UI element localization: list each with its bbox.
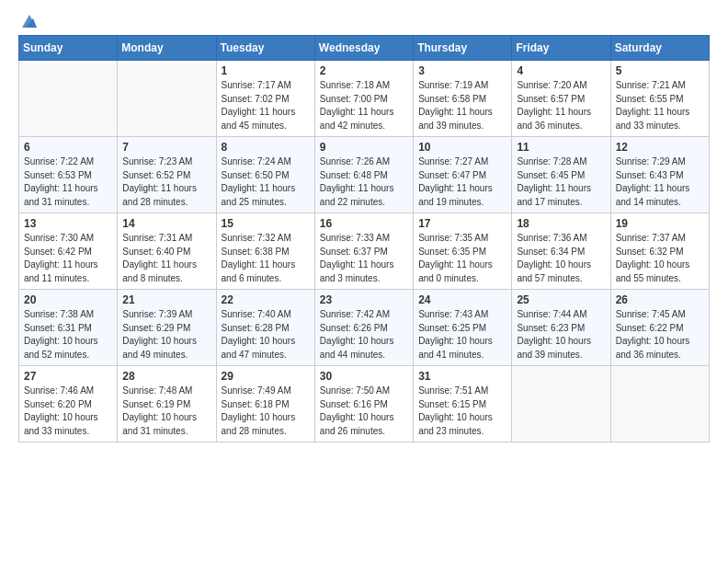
calendar-cell: 28Sunrise: 7:48 AMSunset: 6:19 PMDayligh…: [118, 366, 216, 442]
day-info: Sunrise: 7:17 AMSunset: 7:02 PMDaylight:…: [222, 79, 310, 132]
calendar-table: SundayMondayTuesdayWednesdayThursdayFrid…: [18, 35, 710, 442]
day-number: 23: [320, 293, 408, 306]
calendar-week-row: 6Sunrise: 7:22 AMSunset: 6:53 PMDaylight…: [19, 137, 710, 213]
day-number: 24: [418, 293, 506, 306]
weekday-header-monday: Monday: [118, 36, 216, 61]
calendar-week-row: 20Sunrise: 7:38 AMSunset: 6:31 PMDayligh…: [19, 290, 710, 366]
day-info: Sunrise: 7:31 AMSunset: 6:40 PMDaylight:…: [122, 232, 210, 285]
day-number: 12: [616, 141, 704, 154]
calendar-cell: [19, 61, 118, 137]
calendar-cell: 14Sunrise: 7:31 AMSunset: 6:40 PMDayligh…: [118, 213, 216, 290]
day-number: 25: [517, 293, 605, 306]
calendar-cell: 22Sunrise: 7:40 AMSunset: 6:28 PMDayligh…: [216, 290, 314, 366]
calendar-cell: 23Sunrise: 7:42 AMSunset: 6:26 PMDayligh…: [314, 290, 413, 366]
day-info: Sunrise: 7:45 AMSunset: 6:22 PMDaylight:…: [616, 308, 704, 362]
day-number: 19: [616, 217, 704, 230]
logo-icon: [20, 13, 39, 29]
weekday-header-row: SundayMondayTuesdayWednesdayThursdayFrid…: [19, 36, 710, 61]
calendar-cell: 13Sunrise: 7:30 AMSunset: 6:42 PMDayligh…: [19, 213, 118, 290]
day-number: 6: [24, 141, 112, 154]
day-number: 27: [24, 370, 112, 383]
day-info: Sunrise: 7:48 AMSunset: 6:19 PMDaylight:…: [122, 385, 210, 438]
calendar-cell: 10Sunrise: 7:27 AMSunset: 6:47 PMDayligh…: [414, 137, 512, 213]
calendar-cell: 16Sunrise: 7:33 AMSunset: 6:37 PMDayligh…: [314, 213, 413, 290]
day-info: Sunrise: 7:24 AMSunset: 6:50 PMDaylight:…: [222, 155, 310, 209]
calendar-cell: 30Sunrise: 7:50 AMSunset: 6:16 PMDayligh…: [314, 366, 413, 442]
calendar-cell: 20Sunrise: 7:38 AMSunset: 6:31 PMDayligh…: [19, 290, 118, 366]
logo: [18, 15, 39, 29]
day-info: Sunrise: 7:30 AMSunset: 6:42 PMDaylight:…: [24, 232, 112, 285]
day-number: 8: [222, 141, 310, 154]
day-number: 10: [418, 141, 506, 154]
day-number: 5: [616, 64, 704, 77]
calendar-cell: [512, 366, 610, 442]
calendar-cell: 25Sunrise: 7:44 AMSunset: 6:23 PMDayligh…: [512, 290, 610, 366]
calendar-cell: 7Sunrise: 7:23 AMSunset: 6:52 PMDaylight…: [118, 137, 216, 213]
day-number: 3: [418, 64, 506, 77]
day-info: Sunrise: 7:21 AMSunset: 6:55 PMDaylight:…: [616, 79, 704, 132]
day-number: 18: [517, 217, 605, 230]
day-info: Sunrise: 7:44 AMSunset: 6:23 PMDaylight:…: [517, 308, 605, 362]
day-info: Sunrise: 7:19 AMSunset: 6:58 PMDaylight:…: [418, 79, 506, 132]
day-info: Sunrise: 7:18 AMSunset: 7:00 PMDaylight:…: [320, 79, 408, 132]
calendar-cell: 12Sunrise: 7:29 AMSunset: 6:43 PMDayligh…: [610, 137, 709, 213]
weekday-header-tuesday: Tuesday: [216, 36, 314, 61]
day-info: Sunrise: 7:42 AMSunset: 6:26 PMDaylight:…: [320, 308, 408, 362]
day-info: Sunrise: 7:23 AMSunset: 6:52 PMDaylight:…: [122, 155, 210, 209]
calendar-cell: 18Sunrise: 7:36 AMSunset: 6:34 PMDayligh…: [512, 213, 610, 290]
weekday-header-friday: Friday: [512, 36, 610, 61]
weekday-header-sunday: Sunday: [19, 36, 118, 61]
calendar-cell: 19Sunrise: 7:37 AMSunset: 6:32 PMDayligh…: [610, 213, 709, 290]
day-info: Sunrise: 7:28 AMSunset: 6:45 PMDaylight:…: [517, 155, 605, 209]
calendar-cell: 4Sunrise: 7:20 AMSunset: 6:57 PMDaylight…: [512, 61, 610, 137]
day-info: Sunrise: 7:49 AMSunset: 6:18 PMDaylight:…: [222, 385, 310, 438]
calendar-week-row: 13Sunrise: 7:30 AMSunset: 6:42 PMDayligh…: [19, 213, 710, 290]
day-number: 28: [122, 370, 210, 383]
day-number: 2: [320, 64, 408, 77]
day-info: Sunrise: 7:35 AMSunset: 6:35 PMDaylight:…: [418, 232, 506, 285]
calendar-cell: 27Sunrise: 7:46 AMSunset: 6:20 PMDayligh…: [19, 366, 118, 442]
day-number: 7: [122, 141, 210, 154]
day-number: 22: [222, 293, 310, 306]
calendar-week-row: 1Sunrise: 7:17 AMSunset: 7:02 PMDaylight…: [19, 61, 710, 137]
calendar-cell: 6Sunrise: 7:22 AMSunset: 6:53 PMDaylight…: [19, 137, 118, 213]
header: [18, 15, 710, 29]
day-number: 30: [320, 370, 408, 383]
day-number: 4: [517, 64, 605, 77]
calendar-week-row: 27Sunrise: 7:46 AMSunset: 6:20 PMDayligh…: [19, 366, 710, 442]
day-info: Sunrise: 7:32 AMSunset: 6:38 PMDaylight:…: [222, 232, 310, 285]
day-number: 16: [320, 217, 408, 230]
day-number: 13: [24, 217, 112, 230]
day-info: Sunrise: 7:20 AMSunset: 6:57 PMDaylight:…: [517, 79, 605, 132]
calendar-cell: 31Sunrise: 7:51 AMSunset: 6:15 PMDayligh…: [414, 366, 512, 442]
day-info: Sunrise: 7:36 AMSunset: 6:34 PMDaylight:…: [517, 232, 605, 285]
calendar-cell: 1Sunrise: 7:17 AMSunset: 7:02 PMDaylight…: [216, 61, 314, 137]
calendar-page: SundayMondayTuesdayWednesdayThursdayFrid…: [0, 0, 728, 461]
day-info: Sunrise: 7:51 AMSunset: 6:15 PMDaylight:…: [418, 385, 506, 438]
day-number: 11: [517, 141, 605, 154]
calendar-cell: 15Sunrise: 7:32 AMSunset: 6:38 PMDayligh…: [216, 213, 314, 290]
day-number: 29: [222, 370, 310, 383]
calendar-cell: 29Sunrise: 7:49 AMSunset: 6:18 PMDayligh…: [216, 366, 314, 442]
day-info: Sunrise: 7:27 AMSunset: 6:47 PMDaylight:…: [418, 155, 506, 209]
calendar-cell: 24Sunrise: 7:43 AMSunset: 6:25 PMDayligh…: [414, 290, 512, 366]
day-number: 20: [24, 293, 112, 306]
day-info: Sunrise: 7:43 AMSunset: 6:25 PMDaylight:…: [418, 308, 506, 362]
day-info: Sunrise: 7:26 AMSunset: 6:48 PMDaylight:…: [320, 155, 408, 209]
calendar-cell: 17Sunrise: 7:35 AMSunset: 6:35 PMDayligh…: [414, 213, 512, 290]
day-info: Sunrise: 7:39 AMSunset: 6:29 PMDaylight:…: [122, 308, 210, 362]
calendar-cell: 5Sunrise: 7:21 AMSunset: 6:55 PMDaylight…: [610, 61, 709, 137]
day-number: 1: [222, 64, 310, 77]
calendar-cell: [610, 366, 709, 442]
calendar-cell: 26Sunrise: 7:45 AMSunset: 6:22 PMDayligh…: [610, 290, 709, 366]
day-info: Sunrise: 7:46 AMSunset: 6:20 PMDaylight:…: [24, 385, 112, 438]
weekday-header-thursday: Thursday: [414, 36, 512, 61]
day-info: Sunrise: 7:38 AMSunset: 6:31 PMDaylight:…: [24, 308, 112, 362]
calendar-cell: 21Sunrise: 7:39 AMSunset: 6:29 PMDayligh…: [118, 290, 216, 366]
day-number: 9: [320, 141, 408, 154]
day-info: Sunrise: 7:33 AMSunset: 6:37 PMDaylight:…: [320, 232, 408, 285]
day-info: Sunrise: 7:37 AMSunset: 6:32 PMDaylight:…: [616, 232, 704, 285]
day-number: 26: [616, 293, 704, 306]
day-number: 15: [222, 217, 310, 230]
day-number: 21: [122, 293, 210, 306]
